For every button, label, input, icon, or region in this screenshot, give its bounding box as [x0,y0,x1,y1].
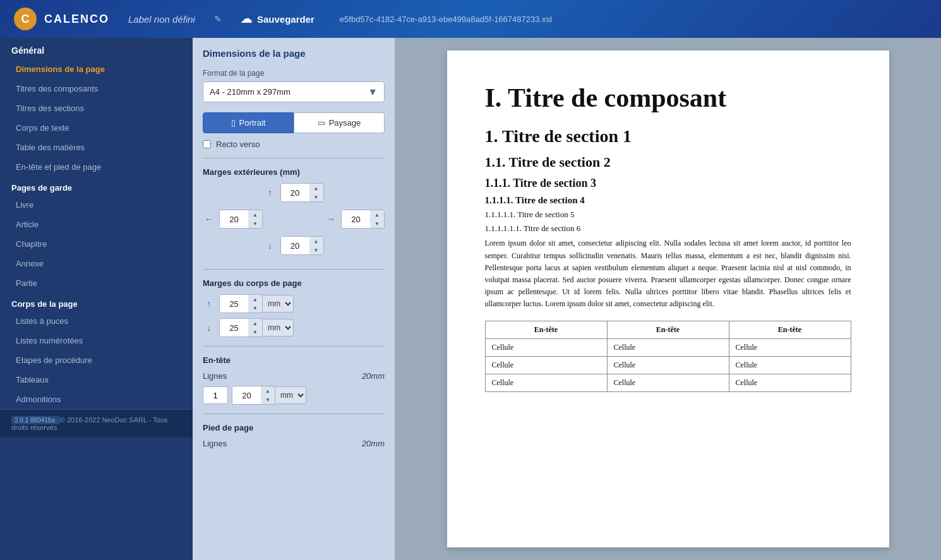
table-row: Cellule Cellule Cellule [485,338,851,356]
arrow-up-icon: ↑ [264,188,277,198]
sidebar-item-tableaux[interactable]: Tableaux [0,370,193,390]
sidebar-general-header: Général [0,38,193,59]
entete-height-up[interactable]: ▲ [261,386,275,395]
margin-right-input[interactable]: 20 [342,210,370,228]
margin-right-down[interactable]: ▼ [370,219,384,228]
margin-bottom-up[interactable]: ▲ [309,237,323,246]
sidebar-item-corps-texte[interactable]: Corps de texte [0,118,193,138]
margin-left-spinbox: 20 ▲ ▼ [219,210,263,229]
portrait-button[interactable]: ▯ Portrait [203,112,294,133]
corps-bottom-unit-select[interactable]: mm cm in [263,319,294,337]
header-document-label: Label non défini [128,14,195,25]
main-layout: Général Dimensions de la page Titres des… [0,38,941,560]
preview-h5: 1.1.1.1. Titre de section 4 [485,195,851,206]
corps-top-down[interactable]: ▼ [248,304,262,313]
recto-verso-row: Recto verso [203,140,385,149]
entete-lignes-label: Lignes [203,371,227,381]
sidebar-item-listes-puces[interactable]: Listes à puces [0,311,193,331]
margin-left-row: ← 20 ▲ ▼ [203,210,263,229]
sidebar-item-titres-composants[interactable]: Titres des composants [0,79,193,98]
entete-height-stepper: ▲ ▼ [261,386,275,404]
margin-bottom-down[interactable]: ▼ [309,246,323,254]
paysage-label: Paysage [329,118,361,128]
header-filename: e5fbd57c-4182-47ce-a913-ebe499a8ad5f-166… [340,15,552,24]
sidebar-item-partie[interactable]: Partie [0,273,193,293]
margin-right-row: → 20 ▲ ▼ [325,210,385,229]
sidebar-item-etapes-procedure[interactable]: Etapes de procédure [0,350,193,370]
preview-h4: 1.1.1. Titre de section 3 [485,177,851,190]
format-select[interactable]: A4 - 210mm x 297mmA3 - 297mm x 420mmLett… [203,82,384,102]
pied-label: Pied de page [203,423,385,432]
sidebar-item-annexe[interactable]: Annexe [0,254,193,273]
sidebar-item-listes-numerotees[interactable]: Listes numérotées [0,331,193,350]
margin-left-input[interactable]: 20 [220,210,248,228]
margin-top-row: ↑ 20 ▲ ▼ [264,183,324,202]
corps-top-unit-select[interactable]: mm cm in [263,295,294,313]
sidebar-item-entete-pied[interactable]: En-tête et pied de page [0,157,193,177]
preview-h2: 1. Titre de section 1 [485,126,851,146]
sidebar-corps-page-header: Corps de la page [0,293,193,311]
corps-top-up[interactable]: ▲ [248,295,262,304]
svg-text:C: C [21,13,30,25]
edit-label-icon[interactable]: ✎ [214,14,222,24]
table-cell-1-2: Cellule [729,356,851,374]
margin-right-up[interactable]: ▲ [370,210,384,219]
entete-lignes-row: Lignes 20mm [203,371,385,381]
arrow-down-icon: ↓ [264,241,277,251]
sidebar: Général Dimensions de la page Titres des… [0,38,193,560]
corps-bottom-spinbox: 25 ▲ ▼ [219,318,263,337]
corps-top-stepper: ▲ ▼ [248,295,262,313]
corps-bottom-spinbox-unit: 25 ▲ ▼ mm cm in [219,318,294,337]
app-header: C CALENCO Label non défini ✎ ☁ Sauvegard… [0,0,941,38]
paysage-button[interactable]: ▭ Paysage [294,112,385,133]
arrow-left-icon: ← [203,214,215,224]
sidebar-item-chapitre[interactable]: Chapitre [0,234,193,254]
corps-bottom-down[interactable]: ▼ [248,328,262,337]
margin-top-spinbox: 20 ▲ ▼ [280,183,324,202]
margin-left-stepper: ▲ ▼ [248,210,262,228]
entete-height-down[interactable]: ▼ [261,395,275,404]
orientation-buttons: ▯ Portrait ▭ Paysage [203,112,385,133]
corps-top-spinbox: 25 ▲ ▼ [219,294,263,313]
recto-verso-checkbox[interactable] [203,140,211,148]
format-select-wrapper[interactable]: A4 - 210mm x 297mmA3 - 297mm x 420mmLett… [203,81,385,102]
preview-h6b: 1.1.1.1.1.1. Titre de section 6 [485,223,851,234]
entete-height-spinbox-unit: 20 ▲ ▼ mm cm in [232,386,306,405]
entete-unit-select[interactable]: mm cm in [275,386,306,404]
corps-bottom-up[interactable]: ▲ [248,319,262,328]
margin-left-down[interactable]: ▼ [248,219,262,228]
table-row: Cellule Cellule Cellule [485,356,851,374]
save-button[interactable]: ☁ Sauvegarder [241,12,315,26]
margin-top-down[interactable]: ▼ [309,193,323,201]
margin-top-input[interactable]: 20 [281,184,309,201]
preview-body-text: Lorem ipsum dolor sit amet, consectetur … [485,237,851,310]
sidebar-item-titres-sections[interactable]: Titres des sections [0,98,193,118]
margin-left-up[interactable]: ▲ [248,210,262,219]
preview-area: I. Titre de composant 1. Titre de sectio… [395,38,941,560]
settings-title: Dimensions de la page [203,48,385,59]
corps-up-icon: ↑ [203,299,215,309]
corps-down-icon: ↓ [203,323,215,333]
sidebar-item-admonitions[interactable]: Admonitions [0,390,193,409]
margin-bottom-input[interactable]: 20 [281,237,309,254]
corps-bottom-input[interactable]: 25 [220,319,248,337]
entete-lignes-num-input[interactable]: 1 [203,386,228,404]
entete-height-input[interactable]: 20 [232,386,261,404]
corps-top-input[interactable]: 25 [220,295,248,313]
table-header-row: En-tête En-tête En-tête [485,321,851,338]
sidebar-item-livre[interactable]: Livre [0,195,193,215]
preview-h6a: 1.1.1.1.1. Titre de section 5 [485,210,851,220]
page-preview: I. Titre de composant 1. Titre de sectio… [447,51,889,547]
sidebar-item-table-matieres[interactable]: Table des matières [0,138,193,157]
margin-top-up[interactable]: ▲ [309,184,323,193]
sidebar-item-dimensions[interactable]: Dimensions de la page [0,59,193,79]
margin-right-spinbox: 20 ▲ ▼ [341,210,385,229]
pied-lignes-value: 20mm [362,439,385,448]
entete-height-spinbox: 20 ▲ ▼ [232,386,275,405]
margin-top-stepper: ▲ ▼ [309,184,323,201]
corps-top-row: ↑ 25 ▲ ▼ mm cm in [203,294,385,313]
margin-right-stepper: ▲ ▼ [370,210,384,228]
table-header-1: En-tête [607,321,729,338]
sidebar-item-article[interactable]: Article [0,215,193,234]
preview-table: En-tête En-tête En-tête Cellule Cellule … [485,321,851,392]
